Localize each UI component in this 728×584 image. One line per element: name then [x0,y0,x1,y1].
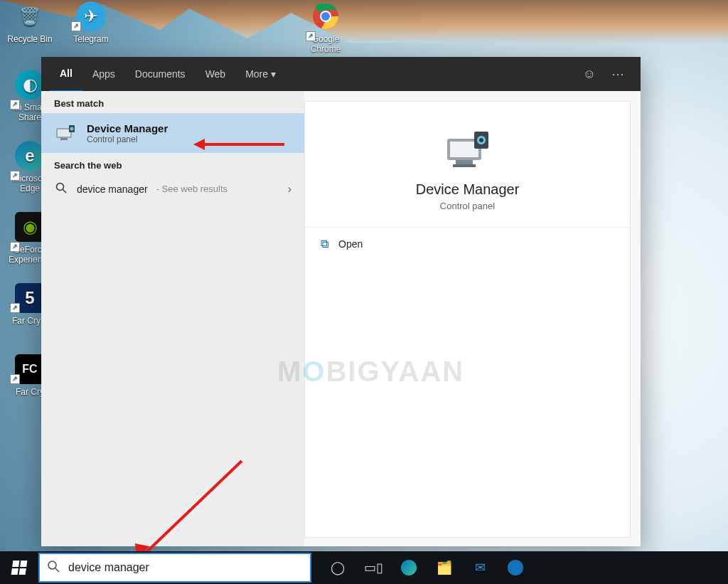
detail-hero: Device Manager Control panel [305,102,630,228]
best-match-subtitle: Control panel [87,134,168,144]
web-result-row[interactable]: device manager - See web results › [41,175,304,203]
tab-apps[interactable]: Apps [82,57,125,91]
svg-point-2 [321,12,330,21]
device-manager-icon [54,122,77,144]
best-match-result[interactable]: Device Manager Control panel [41,113,304,153]
svg-point-14 [479,138,483,142]
device-manager-icon [443,127,493,171]
shortcut-badge-icon: ↗ [306,31,316,41]
chrome-icon [311,1,341,31]
app-icon [508,560,523,575]
desktop-icon-label: Recycle Bin [3,34,57,44]
taskbar-mail[interactable]: ✉ [464,551,496,584]
search-scope-tabs: All Apps Documents Web More ▾ ☺ ⋯ [41,57,641,91]
tab-more[interactable]: More ▾ [235,57,286,91]
detail-subtitle: Control panel [305,201,630,211]
app-icon: ◐ [15,70,45,100]
detail-title: Device Manager [305,181,630,198]
more-options-icon[interactable]: ⋯ [604,66,632,82]
recycle-bin-icon: 🗑️ [15,1,45,31]
shortcut-badge-icon: ↗ [71,21,81,31]
app-icon: ◉ [15,212,45,242]
search-icon [54,182,68,196]
svg-rect-15 [456,160,473,164]
feedback-icon[interactable]: ☺ [575,67,604,82]
task-view-icon: ▭▯ [364,560,383,575]
shortcut-badge-icon: ↗ [10,303,20,313]
folder-icon: 🗂️ [437,560,452,575]
open-icon: ⧉ [321,238,328,250]
tab-documents[interactable]: Documents [125,57,196,91]
svg-point-8 [57,184,64,191]
taskbar: ◯ ▭▯ 🗂️ ✉ [0,551,728,584]
action-open[interactable]: ⧉ Open [305,228,630,260]
web-result-hint: - See web results [156,184,228,194]
svg-point-6 [70,127,74,131]
section-search-web: Search the web [41,153,304,175]
svg-rect-16 [453,164,476,167]
circle-icon: ◯ [331,560,345,575]
mail-icon: ✉ [475,560,486,575]
chevron-right-icon: › [288,183,291,196]
desktop: 🗑️ Recycle Bin ✈ ↗ Telegram ↗ Google Chr… [0,0,728,584]
taskbar-task-view[interactable]: ▭▯ [357,551,390,584]
windows-logo-icon [11,561,28,575]
tab-more-label: More [245,68,268,80]
taskbar-cortana[interactable]: ◯ [321,551,354,584]
best-match-title: Device Manager [87,122,168,134]
result-detail-pane: Device Manager Control panel ⧉ Open [304,91,641,546]
edge-icon [401,560,417,575]
taskbar-edge[interactable] [392,551,425,584]
action-open-label: Open [338,238,363,250]
search-input[interactable] [67,561,303,575]
section-best-match: Best match [41,91,304,113]
desktop-icon-telegram[interactable]: ✈ ↗ Telegram [64,1,118,44]
shortcut-badge-icon: ↗ [10,374,20,384]
tab-web[interactable]: Web [196,57,236,91]
svg-line-9 [63,190,67,193]
svg-rect-7 [60,138,68,140]
shortcut-badge-icon: ↗ [10,242,20,252]
chevron-down-icon: ▾ [271,68,276,80]
tab-all[interactable]: All [50,56,82,92]
desktop-icon-chrome[interactable]: ↗ Google Chrome [299,1,353,54]
start-button[interactable] [0,551,38,584]
taskbar-app[interactable] [499,551,532,584]
search-icon [47,560,60,575]
desktop-icon-label: Telegram [64,34,118,44]
taskbar-search-box[interactable] [38,553,311,583]
desktop-icon-recycle-bin[interactable]: 🗑️ Recycle Bin [3,1,57,44]
edge-icon: e [15,141,45,171]
results-list: Best match Device Manager Control panel … [41,91,304,546]
start-search-flyout: All Apps Documents Web More ▾ ☺ ⋯ Best m… [41,57,641,546]
shortcut-badge-icon: ↗ [10,171,20,181]
svg-line-22 [55,568,59,572]
svg-point-21 [48,561,56,569]
svg-rect-4 [58,129,70,137]
web-result-query: device manager [77,184,148,195]
shortcut-badge-icon: ↗ [10,100,20,110]
taskbar-explorer[interactable]: 🗂️ [428,551,461,584]
